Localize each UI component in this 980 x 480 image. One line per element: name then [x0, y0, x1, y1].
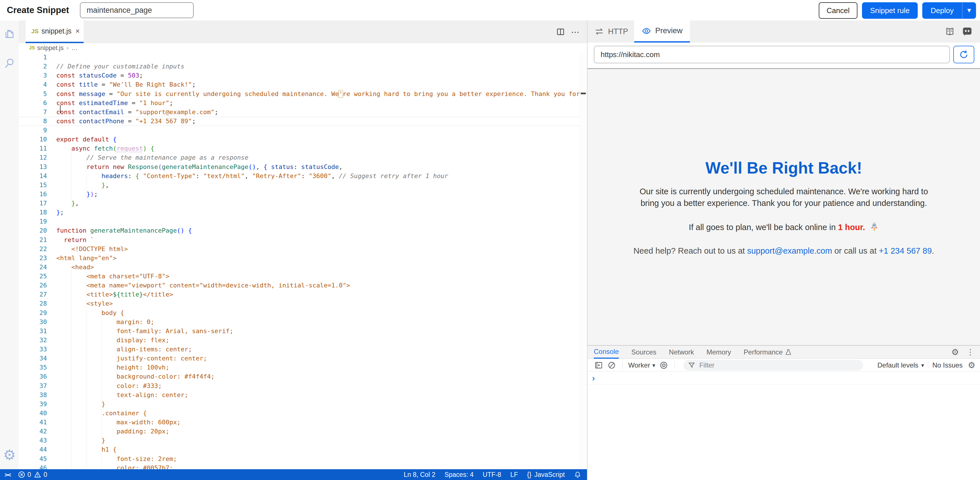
- devtools-tab-sources[interactable]: Sources: [632, 346, 656, 359]
- code-line-7[interactable]: 7const contactEmail = "support@example.c…: [19, 108, 580, 117]
- tab-http[interactable]: HTTP: [594, 21, 628, 43]
- code-line-28[interactable]: 28<style>: [19, 299, 580, 308]
- code-line-22[interactable]: 22<!DOCTYPE html>: [19, 244, 580, 253]
- devtools-tab-performance[interactable]: Performance: [744, 346, 792, 359]
- support-email-link[interactable]: support@example.com: [747, 246, 832, 255]
- breadcrumb[interactable]: JS snippet.js › …: [19, 43, 587, 53]
- code-line-46[interactable]: 46color: #0057b7;: [19, 464, 580, 469]
- code-line-30[interactable]: 30margin: 0;: [19, 318, 580, 326]
- code-line-24[interactable]: 24<head>: [19, 263, 580, 272]
- code-line-42[interactable]: 42padding: 20px;: [19, 427, 580, 436]
- code-line-35[interactable]: 35height: 100vh;: [19, 363, 580, 372]
- code-line-16[interactable]: 16});: [19, 190, 580, 199]
- code-line-10[interactable]: 10export default {: [19, 135, 580, 144]
- editor-scrollbar[interactable]: [580, 53, 587, 469]
- docs-book-icon[interactable]: [945, 27, 955, 36]
- encoding[interactable]: UTF-8: [483, 471, 501, 478]
- code-line-8[interactable]: 8const contactPhone = "+1 234 567 89";: [19, 117, 580, 126]
- code-line-45[interactable]: 45font-size: 2rem;: [19, 455, 580, 464]
- code-line-14[interactable]: 14headers: { "Content-Type": "text/html"…: [19, 171, 580, 181]
- code-line-41[interactable]: 41max-width: 600px;: [19, 418, 580, 427]
- code-line-15[interactable]: 15},: [19, 181, 580, 190]
- devtools-tab-network[interactable]: Network: [669, 346, 694, 359]
- filter-input[interactable]: [699, 361, 848, 369]
- code-line-37[interactable]: 37color: #333;: [19, 382, 580, 391]
- code-line-13[interactable]: 13return new Response(generateMaintenanc…: [19, 162, 580, 171]
- code-line-31[interactable]: 31font-family: Arial, sans-serif;: [19, 326, 580, 336]
- indentation[interactable]: Spaces: 4: [444, 471, 474, 478]
- code-line-44[interactable]: 44h1 {: [19, 445, 580, 454]
- cursor-position[interactable]: Ln 8, Col 2: [404, 471, 435, 478]
- eol[interactable]: LF: [510, 471, 518, 478]
- close-icon[interactable]: ×: [75, 27, 80, 35]
- chevron-down-icon: ▼: [966, 7, 972, 14]
- console-messages[interactable]: ›: [587, 372, 980, 480]
- code-line-27[interactable]: 27<title>${title}</title>: [19, 290, 580, 299]
- code-line-1[interactable]: 1: [19, 53, 580, 62]
- help-prefix: Need help? Reach out to us at: [633, 246, 747, 255]
- code-line-32[interactable]: 32display: flex;: [19, 336, 580, 345]
- refresh-button[interactable]: [953, 46, 974, 63]
- deploy-dropdown-button[interactable]: ▼: [962, 2, 976, 19]
- console-prompt[interactable]: ›: [587, 372, 980, 385]
- code-line-21[interactable]: 21return `: [19, 236, 580, 244]
- issues-counter[interactable]: No Issues: [932, 361, 963, 369]
- tab-snippet-js[interactable]: JS snippet.js ×: [25, 21, 84, 43]
- code-line-6[interactable]: 6const estimatedTime = "1 hour";: [19, 98, 580, 108]
- code-line-4[interactable]: 4const title = "We'll Be Right Back!";: [19, 80, 580, 89]
- code-line-43[interactable]: 43}: [19, 436, 580, 445]
- snippet-rule-button[interactable]: Snippet rule: [862, 2, 918, 19]
- preview-url-input[interactable]: [594, 46, 950, 63]
- discord-icon[interactable]: [962, 26, 973, 37]
- code-line-25[interactable]: 25<meta charset="UTF-8">: [19, 272, 580, 281]
- phone-link[interactable]: +1 234 567 89: [879, 246, 932, 255]
- kebab-menu-icon[interactable]: ⋮: [966, 347, 974, 357]
- code-line-17[interactable]: 17},: [19, 199, 580, 208]
- code-line-9[interactable]: 9: [19, 126, 580, 135]
- line-number: 19: [19, 217, 56, 226]
- deploy-button-group: Deploy ▼: [922, 2, 976, 19]
- log-levels-dropdown[interactable]: Default levels ▾: [877, 361, 924, 369]
- language-mode[interactable]: {} JavaScript: [527, 471, 565, 478]
- code-line-38[interactable]: 38text-align: center;: [19, 391, 580, 400]
- worker-context-dropdown[interactable]: Worker ▾: [628, 361, 655, 369]
- code-line-40[interactable]: 40.container {: [19, 409, 580, 418]
- deploy-button[interactable]: Deploy: [922, 2, 962, 19]
- console-sidebar-icon[interactable]: [594, 361, 603, 369]
- code-editor[interactable]: 12// Define your customizable inputs3con…: [19, 53, 580, 469]
- code-line-12[interactable]: 12// Serve the maintenance page as a res…: [19, 153, 580, 162]
- code-line-26[interactable]: 26<meta name="viewport" content="width=d…: [19, 281, 580, 290]
- cancel-button[interactable]: Cancel: [819, 2, 858, 19]
- files-icon[interactable]: [3, 28, 16, 40]
- tab-preview[interactable]: Preview: [634, 21, 690, 43]
- console-settings-icon[interactable]: ⚙: [968, 361, 975, 369]
- more-actions-icon[interactable]: ⋯: [571, 27, 580, 37]
- snippet-name-input[interactable]: [80, 2, 194, 18]
- settings-gear-icon[interactable]: ⚙: [3, 449, 16, 461]
- code-line-18[interactable]: 18};: [19, 208, 580, 217]
- search-icon[interactable]: [3, 57, 16, 69]
- code-line-39[interactable]: 39}: [19, 400, 580, 409]
- problems-indicator[interactable]: 0 0: [18, 471, 48, 478]
- devtools-tab-console[interactable]: Console: [594, 346, 619, 359]
- code-line-34[interactable]: 34justify-content: center;: [19, 354, 580, 363]
- live-expression-eye-icon[interactable]: [659, 361, 668, 370]
- code-line-19[interactable]: 19: [19, 217, 580, 226]
- clear-console-icon[interactable]: [608, 361, 616, 369]
- devtools-tab-memory[interactable]: Memory: [706, 346, 731, 359]
- chevron-down-icon: ▾: [652, 362, 655, 369]
- code-line-23[interactable]: 23<html lang="en">: [19, 253, 580, 263]
- code-line-5[interactable]: 5const message = "Our site is currently …: [19, 89, 580, 98]
- code-line-3[interactable]: 3const statusCode = 503;: [19, 71, 580, 80]
- code-line-2[interactable]: 2// Define your customizable inputs: [19, 62, 580, 71]
- code-line-11[interactable]: 11async fetch(request) {: [19, 144, 580, 153]
- code-line-29[interactable]: 29body {: [19, 309, 580, 318]
- split-editor-icon[interactable]: [556, 27, 565, 36]
- remote-window-icon[interactable]: ><: [5, 471, 11, 478]
- line-number: 41: [19, 418, 56, 427]
- code-line-20[interactable]: 20function generateMaintenancePage() {: [19, 226, 580, 235]
- code-line-36[interactable]: 36background-color: #f4f4f4;: [19, 372, 580, 381]
- devtools-settings-icon[interactable]: ⚙: [951, 348, 959, 356]
- code-line-33[interactable]: 33align-items: center;: [19, 345, 580, 354]
- bell-icon[interactable]: [574, 471, 581, 478]
